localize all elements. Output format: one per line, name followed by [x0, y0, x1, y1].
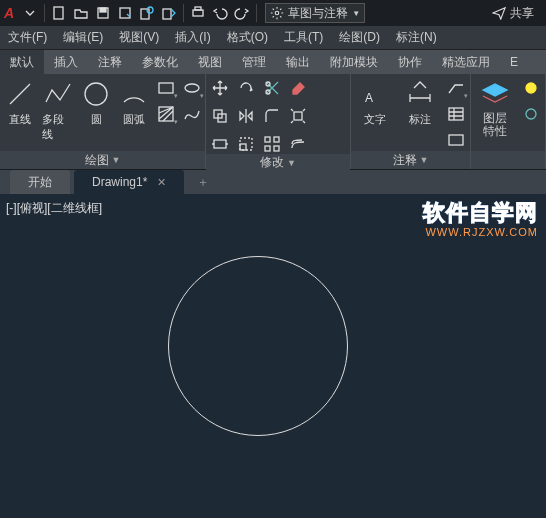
undo-icon[interactable] [210, 3, 230, 23]
move-tool[interactable] [210, 78, 230, 98]
ellipse-tool[interactable]: ▾ [182, 78, 202, 98]
watermark-url: WWW.RJZXW.COM [423, 226, 538, 238]
hatch-tool[interactable]: ▾ [156, 104, 176, 124]
fillet-tool[interactable] [262, 106, 282, 126]
circle-tool[interactable]: 圆 [80, 78, 112, 127]
save-icon[interactable] [93, 3, 113, 23]
tab-label: 管理 [242, 54, 266, 71]
new-tab-button[interactable]: ＋ [192, 171, 214, 193]
tab-label: 附加模块 [330, 54, 378, 71]
menu-label: 格式(O) [227, 29, 268, 46]
share-button[interactable]: 共享 [492, 5, 542, 22]
arc-tool[interactable]: 圆弧 [118, 78, 150, 127]
watermark-title: 软件自学网 [423, 198, 538, 228]
tab-view[interactable]: 视图 [188, 50, 232, 74]
menu-format[interactable]: 格式(O) [219, 26, 276, 50]
array-tool[interactable] [262, 134, 282, 154]
svg-line-10 [10, 84, 30, 104]
redo-icon[interactable] [232, 3, 252, 23]
tab-parametric[interactable]: 参数化 [132, 50, 188, 74]
gear-icon [270, 6, 284, 20]
menu-label: 文件(F) [8, 29, 47, 46]
copy-tool[interactable] [210, 106, 230, 126]
svg-rect-21 [240, 144, 246, 150]
layer-off-tool[interactable] [521, 104, 541, 124]
view-label[interactable]: [-][俯视][二维线框] [6, 200, 102, 217]
polyline-tool[interactable]: 多段线 [42, 78, 74, 142]
menu-edit[interactable]: 编辑(E) [55, 26, 111, 50]
erase-tool[interactable] [288, 78, 308, 98]
svg-rect-4 [141, 9, 149, 19]
layers-icon [479, 78, 511, 110]
tab-label: 输出 [286, 54, 310, 71]
explode-tool[interactable] [288, 106, 308, 126]
tab-manage[interactable]: 管理 [232, 50, 276, 74]
table-tool[interactable] [446, 104, 466, 124]
tab-output[interactable]: 输出 [276, 50, 320, 74]
tab-express[interactable]: E [500, 50, 528, 74]
panel-title[interactable]: 绘图▼ [0, 151, 205, 169]
svg-point-11 [85, 83, 107, 105]
panel-title[interactable] [471, 151, 545, 169]
svg-point-31 [526, 109, 536, 119]
leader-tool[interactable]: ▾ [446, 78, 466, 98]
tab-label: 协作 [398, 54, 422, 71]
svg-rect-8 [195, 7, 201, 10]
menu-draw[interactable]: 绘图(D) [331, 26, 388, 50]
line-icon [4, 78, 36, 110]
panel-title[interactable]: 注释▼ [351, 151, 470, 169]
open-icon[interactable] [71, 3, 91, 23]
tab-default[interactable]: 默认 [0, 50, 44, 74]
panel-title[interactable]: 修改▼ [206, 154, 350, 171]
tool-label: 标注 [409, 112, 431, 127]
line-tool[interactable]: 直线 [4, 78, 36, 127]
menu-label: 编辑(E) [63, 29, 103, 46]
layer-state-tool[interactable] [521, 78, 541, 98]
ribbon-tab-bar: 默认 插入 注释 参数化 视图 管理 输出 附加模块 协作 精选应用 E [0, 50, 546, 74]
tool-label: 直线 [9, 112, 31, 127]
tab-featured[interactable]: 精选应用 [432, 50, 500, 74]
rectangle-tool[interactable]: ▾ [156, 78, 176, 98]
layer-properties-tool[interactable]: 图层特性 [475, 78, 515, 138]
annotation-tool[interactable] [446, 130, 466, 150]
chevron-down-icon: ▼ [420, 155, 429, 165]
drawn-circle[interactable] [168, 256, 348, 436]
svg-rect-6 [163, 9, 171, 19]
tab-label: 默认 [10, 54, 34, 71]
menu-dropdown-icon[interactable] [20, 3, 40, 23]
tab-addins[interactable]: 附加模块 [320, 50, 388, 74]
offset-tool[interactable] [288, 134, 308, 154]
tab-collaborate[interactable]: 协作 [388, 50, 432, 74]
document-tabs: 开始 Drawing1* ✕ ＋ [0, 170, 546, 194]
tab-insert[interactable]: 插入 [44, 50, 88, 74]
tab-label: E [510, 55, 518, 69]
mirror-tool[interactable] [236, 106, 256, 126]
tab-drawing1[interactable]: Drawing1* ✕ [74, 170, 184, 194]
web-save-icon[interactable] [159, 3, 179, 23]
menu-insert[interactable]: 插入(I) [167, 26, 218, 50]
svg-rect-3 [120, 8, 130, 18]
svg-rect-19 [294, 112, 302, 120]
menu-tools[interactable]: 工具(T) [276, 26, 331, 50]
ribbon: 直线 多段线 圆 圆弧 ▾ ▾ ▾ [0, 74, 546, 170]
scale-tool[interactable] [236, 134, 256, 154]
menu-view[interactable]: 视图(V) [111, 26, 167, 50]
stretch-tool[interactable] [210, 134, 230, 154]
svg-rect-23 [265, 137, 270, 142]
new-icon[interactable] [49, 3, 69, 23]
workspace-selector[interactable]: 草图与注释 ▼ [265, 3, 365, 23]
menu-file[interactable]: 文件(F) [0, 26, 55, 50]
plot-icon[interactable] [188, 3, 208, 23]
tab-start[interactable]: 开始 [10, 170, 70, 194]
rotate-tool[interactable] [236, 78, 256, 98]
text-tool[interactable]: A 文字 [355, 78, 395, 127]
trim-tool[interactable] [262, 78, 282, 98]
saveas-icon[interactable] [115, 3, 135, 23]
web-open-icon[interactable] [137, 3, 157, 23]
close-icon[interactable]: ✕ [157, 176, 166, 189]
drawing-canvas[interactable]: [-][俯视][二维线框] 软件自学网 WWW.RJZXW.COM [0, 194, 546, 518]
spline-tool[interactable] [182, 104, 202, 124]
tab-annotate[interactable]: 注释 [88, 50, 132, 74]
dimension-tool[interactable]: 标注 [401, 78, 441, 127]
menu-dimension[interactable]: 标注(N) [388, 26, 445, 50]
